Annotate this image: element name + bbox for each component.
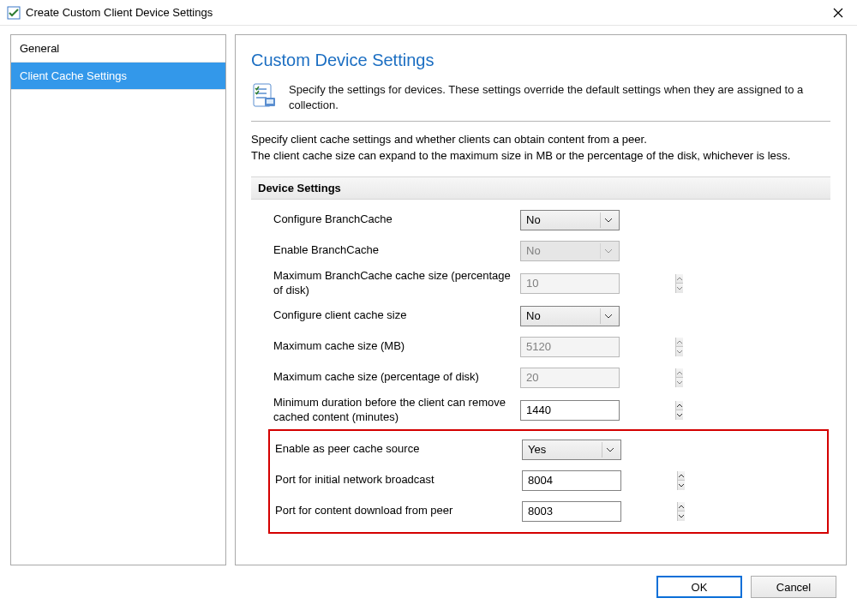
spinner-up-icon — [676, 274, 683, 284]
spinner-up-icon[interactable] — [678, 471, 685, 481]
divider — [251, 121, 830, 122]
nav-item-general[interactable]: General — [11, 35, 225, 63]
header-text: Specify the settings for devices. These … — [289, 82, 830, 112]
spinner-buttons[interactable] — [677, 502, 685, 521]
chevron-down-icon — [602, 442, 617, 458]
label-configure-client-cache: Configure client cache size — [273, 308, 512, 323]
dropdown-configure-branchcache[interactable]: No — [520, 210, 620, 230]
label-enable-branchcache: Enable BranchCache — [273, 243, 512, 258]
spinner-input — [521, 274, 675, 293]
label-configure-branchcache: Configure BranchCache — [273, 212, 512, 227]
dropdown-enable-branchcache: No — [520, 241, 620, 261]
window-title: Create Custom Client Device Settings — [26, 6, 213, 19]
dropdown-value: No — [526, 213, 541, 226]
spinner-down-icon[interactable] — [676, 410, 683, 420]
settings-checklist-icon — [251, 82, 279, 110]
chevron-down-icon — [600, 243, 615, 259]
spinner-port-broadcast[interactable] — [522, 470, 621, 491]
spinner-down-icon — [676, 378, 683, 387]
dropdown-value: Yes — [528, 443, 546, 456]
label-port-broadcast: Port for initial network broadcast — [275, 473, 513, 487]
intro-text: Specify client cache settings and whethe… — [251, 132, 830, 164]
spinner-input[interactable] — [523, 502, 677, 521]
spinner-input — [521, 338, 675, 356]
spinner-buttons — [675, 338, 683, 356]
label-max-cache-pct: Maximum cache size (percentage of disk) — [273, 370, 512, 385]
spinner-up-icon — [676, 338, 683, 348]
dropdown-enable-peer-cache[interactable]: Yes — [522, 440, 621, 460]
label-max-cache-mb: Maximum cache size (MB) — [273, 339, 512, 354]
intro-line-2: The client cache size can expand to the … — [251, 148, 830, 164]
label-port-download: Port for content download from peer — [275, 504, 513, 518]
intro-line-1: Specify client cache settings and whethe… — [251, 132, 830, 148]
spinner-max-cache-mb — [520, 337, 620, 357]
spinner-max-cache-pct — [520, 368, 620, 388]
spinner-up-icon[interactable] — [678, 502, 685, 512]
ok-button[interactable]: OK — [656, 576, 742, 598]
spinner-down-icon[interactable] — [678, 481, 685, 490]
page-title: Custom Device Settings — [251, 51, 830, 70]
label-enable-peer-cache: Enable as peer cache source — [275, 442, 513, 457]
titlebar: Create Custom Client Device Settings — [0, 0, 857, 26]
spinner-input[interactable] — [521, 401, 675, 420]
spinner-down-icon — [676, 347, 683, 356]
content-panel: Custom Device Settings Specify the setti… — [235, 34, 847, 565]
nav-panel: General Client Cache Settings — [10, 34, 226, 565]
svg-rect-3 — [267, 99, 273, 104]
spinner-buttons[interactable] — [675, 401, 683, 420]
label-max-branchcache-pct: Maximum BranchCache cache size (percenta… — [273, 269, 512, 298]
cancel-button[interactable]: Cancel — [751, 576, 836, 598]
spinner-buttons[interactable] — [677, 471, 685, 490]
spinner-input — [521, 368, 675, 387]
spinner-down-icon — [676, 284, 683, 293]
spinner-buttons — [675, 368, 683, 387]
chevron-down-icon — [600, 308, 615, 324]
spinner-up-icon — [676, 368, 683, 379]
peer-cache-highlight: Enable as peer cache source Yes Port for… — [268, 429, 829, 534]
spinner-max-branchcache-pct — [520, 273, 620, 294]
label-min-duration: Minimum duration before the client can r… — [273, 396, 512, 425]
spinner-down-icon[interactable] — [678, 511, 685, 521]
dropdown-value: No — [526, 244, 541, 257]
spinner-input[interactable] — [523, 471, 677, 490]
nav-item-client-cache-settings[interactable]: Client Cache Settings — [11, 63, 225, 90]
spinner-buttons — [675, 274, 683, 293]
spinner-min-duration[interactable] — [520, 400, 620, 421]
spinner-port-download[interactable] — [522, 501, 621, 522]
close-button[interactable] — [818, 0, 857, 26]
dropdown-value: No — [526, 309, 541, 322]
device-settings-header: Device Settings — [251, 176, 830, 200]
dialog-footer: OK Cancel — [10, 565, 847, 598]
dropdown-configure-client-cache[interactable]: No — [520, 306, 620, 326]
chevron-down-icon — [600, 212, 615, 228]
spinner-up-icon[interactable] — [676, 401, 683, 411]
app-icon — [7, 6, 21, 20]
